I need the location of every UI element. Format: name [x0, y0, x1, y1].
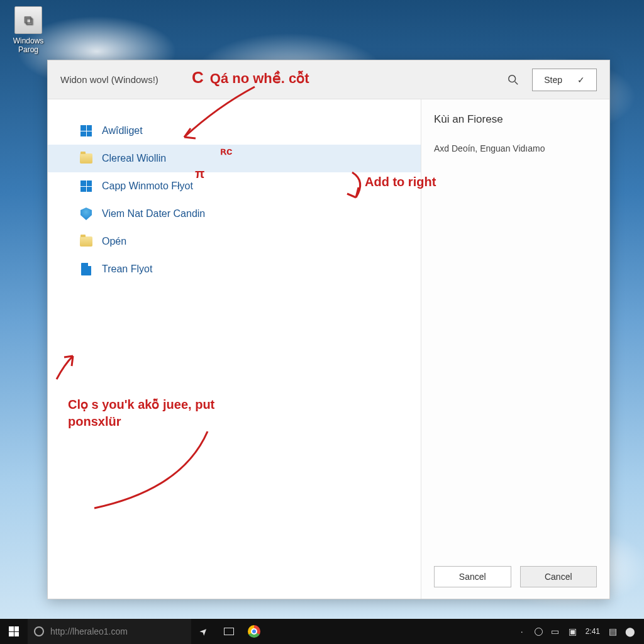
right-pane-buttons: Sancel Cancel [434, 566, 597, 599]
sancel-button[interactable]: Sancel [434, 566, 511, 587]
taskbar: http://lheraleo1.com ➤ · ▭ ▣ 2:41 ▤ ⬤ [0, 619, 644, 644]
menu-item-label: Clereal Wiollin [102, 153, 166, 164]
step-button[interactable]: Step ✓ [532, 69, 597, 91]
taskview-icon[interactable] [216, 619, 242, 644]
windows-tiles-icon [79, 124, 93, 138]
folder-icon [79, 235, 93, 248]
folder-icon [79, 152, 93, 165]
taskbar-chrome[interactable] [242, 619, 267, 644]
tray-circle-icon[interactable] [535, 628, 543, 636]
dialog-window: Widon wovl (Windows!) Step ✓ Awîdliget C… [47, 60, 610, 599]
svg-line-1 [515, 81, 518, 84]
start-button[interactable] [0, 619, 28, 644]
dialog-title: Widon wovl (Windows!) [60, 74, 158, 85]
taskbar-search[interactable]: http://lheraleo1.com [28, 619, 191, 644]
step-button-label: Step [544, 75, 562, 85]
menu-item-label: Trean Flyot [102, 264, 152, 275]
menu-item-label: Viem Nat Dater Candin [102, 208, 205, 219]
menu-item-label: Capp Winmoto Fłyot [102, 180, 193, 192]
menu-item-open[interactable]: Opén [48, 228, 421, 255]
svg-point-0 [509, 75, 516, 82]
tray-clock[interactable]: 2:41 [586, 627, 600, 636]
taskbar-search-placeholder: http://lheraleo1.com [50, 626, 128, 636]
shield-icon [79, 207, 93, 221]
desktop-shortcut-label: Windows Parog [6, 36, 50, 54]
cancel-button[interactable]: Cancel [520, 566, 597, 587]
document-icon [79, 262, 93, 276]
menu-item-viem-nat-dater[interactable]: Viem Nat Dater Candin [48, 200, 421, 228]
desktop-shortcut-windows-parog[interactable]: ⧉ Windows Parog [6, 6, 50, 54]
tray-location-icon[interactable]: ⬤ [625, 626, 635, 636]
menu-item-capp-winmoto[interactable]: Capp Winmoto Fłyot [48, 172, 421, 200]
tray-battery-icon[interactable]: ▭ [550, 626, 560, 636]
dialog-header: Widon wovl (Windows!) Step ✓ [48, 60, 609, 99]
tray-action-center-icon[interactable]: ▤ [608, 626, 618, 636]
left-pane: Awîdliget Clereal Wiollin Capp Winmoto F… [48, 99, 421, 599]
cortana-icon [34, 626, 44, 636]
tray-camera-icon[interactable]: ▣ [568, 626, 578, 636]
search-icon[interactable] [506, 72, 521, 87]
windows-tiles-icon [79, 179, 93, 193]
dialog-body: Awîdliget Clereal Wiollin Capp Winmoto F… [48, 99, 609, 599]
menu-item-label: Opén [102, 236, 126, 247]
desktop: ⧉ Windows Parog Widon wovl (Windows!) St… [0, 0, 644, 644]
right-pane-title: Kùi an Fiorese [434, 113, 597, 126]
menu-item-label: Awîdliget [102, 125, 143, 136]
menu-item-awidliget[interactable]: Awîdliget [48, 117, 421, 145]
right-pane-subtitle: Axd Deoín, Enguan Vidıamo [434, 143, 597, 153]
checkmark-icon: ✓ [577, 75, 585, 85]
system-tray: · ▭ ▣ 2:41 ▤ ⬤ [517, 626, 644, 636]
menu-item-clereal-wiollin[interactable]: Clereal Wiollin [48, 145, 421, 172]
folder-icon: ⧉ [14, 6, 42, 34]
right-pane: Kùi an Fiorese Axd Deoín, Enguan Vidıamo… [421, 99, 609, 599]
tray-chevron-icon[interactable]: · [517, 626, 527, 636]
taskbar-share-icon[interactable]: ➤ [191, 619, 216, 644]
menu-item-trean-flyot[interactable]: Trean Flyot [48, 255, 421, 283]
